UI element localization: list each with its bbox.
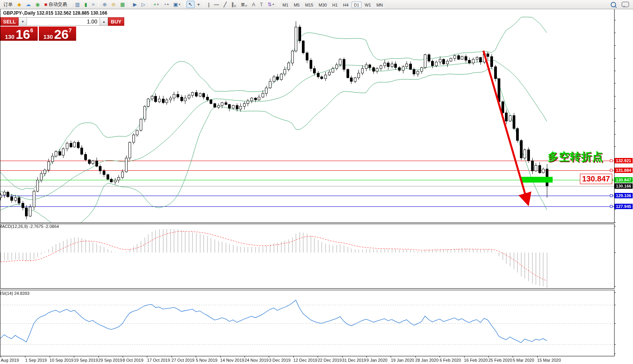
price-tag: 132.921 [615,158,633,163]
volume-input[interactable] [27,17,100,26]
new-order-button[interactable]: 订单 [0,1,15,8]
sell-price-main: 16 [16,29,30,40]
tile-windows-icon[interactable]: ▦ [118,1,127,8]
bar-chart-icon[interactable]: ▥ [73,1,82,8]
fibonacci-glyph: ≣ [241,2,245,7]
tile-windows-icon-glyph: ▦ [120,2,125,7]
timeframe-m30[interactable]: M30 [316,2,329,8]
toolbar-separator [184,1,185,7]
toolbar-separator [71,1,71,7]
timeframe-mn[interactable]: MN [374,2,385,8]
arrows-button[interactable]: ⇅▾ [266,1,276,8]
community-icon[interactable]: ☁ [24,1,33,8]
date-axis-label: 15 Mar 2020 [537,358,561,362]
timeframe-group: M1M5M15M30H1H4D1W1MN [280,1,386,8]
date-axis-label: 27 Oct 2019 [172,358,195,362]
new-order-button-label: 订单 [3,2,13,8]
date-axis-label: 25 Feb 2020 [488,358,512,362]
toolbar-separator [149,1,150,7]
sell-button[interactable]: SELL [0,17,18,26]
macd-indicator-label: MACD(12,26,9) -2.7675 -2.0864 [0,224,59,229]
autotrading-glyph: ■ [44,2,47,7]
fibonacci-button[interactable]: ≣F [239,1,249,8]
sell-price-box[interactable]: 130166 [0,27,38,41]
search-icon[interactable] [611,2,616,7]
rsi-indicator-label: RSI(14) 24.8393 [0,291,30,296]
timeframe-m1[interactable]: M1 [280,2,291,8]
channel-glyph: ∥ [231,2,234,7]
trendline-button[interactable]: ╱ [222,1,229,8]
volume-up-button[interactable]: ▲ [100,17,108,26]
label-button[interactable]: T [258,1,265,8]
date-axis-label: Aug 2019 [1,358,19,362]
date-axis-label: 19 Jan 2020 [391,358,414,362]
turning-point-annotation[interactable]: 多空转折点 [548,150,603,164]
date-axis-label: 16 Feb 2020 [464,358,488,362]
date-axis-label: 9 Jan 2020 [366,358,387,362]
arrows-glyph: ⇅ [268,2,272,7]
chevron-down-icon: ▾ [179,3,180,6]
date-axis-label: 5 Nov 2019 [196,358,217,362]
date-axis-label: 8 Oct 2019 [123,358,143,362]
crosshair-glyph: + [197,2,200,7]
date-axis-label: 22 Dec 2019 [318,358,341,362]
timeframe-m5[interactable]: M5 [292,2,302,8]
toolbar-icon-group: 订单◆☁◉■自动交易▥▮≈⊕⊖▦▶▷+▾◔▾▣▾↖+|—╱∥E≣FAT⇅▾ [0,1,280,8]
community-icon-glyph: ☁ [26,2,31,7]
signals-icon[interactable]: ◉ [33,1,42,8]
periods-button[interactable]: ◔▾ [162,1,171,8]
support-zone-rectangle[interactable] [521,177,553,183]
cursor-button[interactable]: ↖ [187,1,195,8]
date-axis-label: 19 Sep 2019 [74,358,98,362]
fibonacci-button-sub: F [245,4,247,8]
buy-price-main: 26 [54,29,69,40]
gold-icon[interactable]: ◆ [15,1,23,8]
toolbar-separator [98,1,99,7]
periods-glyph: ◔ [163,2,167,7]
timeframe-h4[interactable]: H4 [341,2,351,8]
signals-icon-glyph: ◉ [35,2,40,7]
channel-button[interactable]: ∥E [229,1,238,8]
candlestick-chart-icon[interactable]: ▮ [83,1,89,8]
timeframe-w1[interactable]: W1 [362,2,373,8]
add-indicator-button[interactable]: +▾ [152,1,161,8]
date-axis-label: 31 Dec 2019 [342,358,366,362]
date-axis-label: 24 Nov 2019 [245,358,268,362]
line-chart-icon-glyph: ≈ [92,2,95,7]
gold-icon-glyph: ◆ [17,2,21,7]
zoom-out-icon[interactable]: ⊖ [110,1,118,8]
chat-icon[interactable] [621,2,629,7]
date-axis-label: 17 Oct 2019 [147,358,170,362]
chevron-down-icon: ▾ [167,3,168,6]
crosshair-button[interactable]: + [195,1,202,8]
price-tag: 130.166 [615,183,633,189]
price-tag: 127.945 [615,204,633,209]
hline-button[interactable]: — [212,1,221,8]
chevron-down-icon: ▾ [157,3,159,6]
autotrading-button[interactable]: ■自动交易 [42,1,69,8]
date-axis-label: 3 Dec 2019 [269,358,290,362]
label-glyph: T [260,2,263,7]
chart-shift-icon[interactable]: ▷ [140,1,147,8]
buy-button[interactable]: BUY [108,17,124,26]
level-price-box[interactable]: 130.847 [580,174,612,184]
zoom-in-icon-glyph: ⊕ [103,2,107,7]
vline-glyph: | [208,2,209,7]
vline-button[interactable]: | [206,1,211,8]
timeframe-d1[interactable]: D1 [351,2,361,8]
zoom-in-icon[interactable]: ⊕ [101,1,109,8]
auto-scroll-icon[interactable]: ▶ [131,1,139,8]
buy-price-prefix: 130 [43,34,53,40]
candlestick-chart-icon-glyph: ▮ [85,2,87,7]
templates-button[interactable]: ▣▾ [171,1,182,8]
timeframe-h1[interactable]: H1 [330,2,340,8]
buy-price-box[interactable]: 130267 [39,27,76,41]
timeframe-m15[interactable]: M15 [303,2,315,8]
date-axis-label: 6 Feb 2020 [440,358,461,362]
date-axis-label: 10 Sep 2019 [50,358,73,362]
volume-down-button[interactable]: ▼ [18,17,27,26]
autotrading-button-label: 自动交易 [48,1,67,8]
text-button[interactable]: A [250,1,257,8]
price-tag: 130.847 [615,177,633,183]
line-chart-icon[interactable]: ≈ [90,1,97,8]
